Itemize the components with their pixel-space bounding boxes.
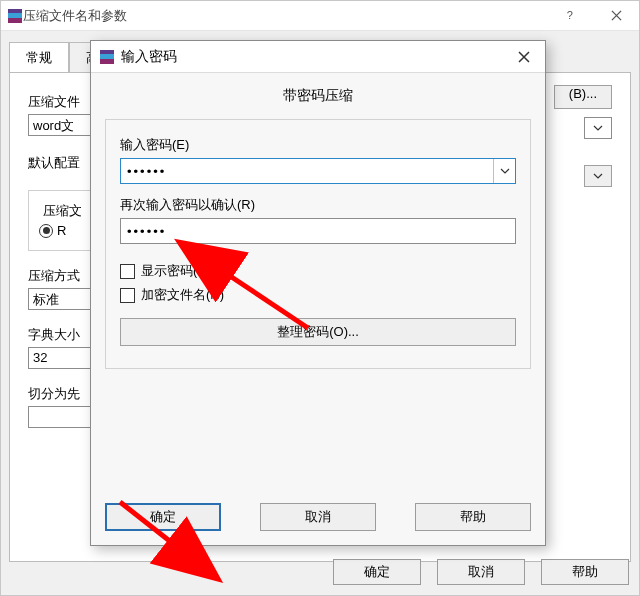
- modal-title: 输入密码: [121, 48, 503, 66]
- confirm-password-input[interactable]: [120, 218, 516, 244]
- modal-body: 带密码压缩 输入密码(E) 再次输入密码以确认(R) 显示密码(S) 加密文件名…: [91, 73, 545, 435]
- modal-help-button[interactable]: 帮助: [415, 503, 531, 531]
- modal-ok-button[interactable]: 确定: [105, 503, 221, 531]
- chevron-down-icon: [593, 173, 603, 179]
- encrypt-filenames-checkbox-row[interactable]: 加密文件名(N): [120, 286, 516, 304]
- show-password-label: 显示密码(S): [141, 262, 210, 280]
- parent-window-title: 压缩文件名和参数: [23, 7, 547, 25]
- browse-button[interactable]: (B)...: [554, 85, 612, 109]
- chevron-down-icon: [593, 125, 603, 131]
- svg-text:?: ?: [566, 10, 572, 21]
- help-icon-button[interactable]: ?: [547, 1, 593, 31]
- manage-passwords-button[interactable]: 整理密码(O)...: [120, 318, 516, 346]
- modal-close-button[interactable]: [503, 41, 545, 73]
- modal-titlebar: 输入密码: [91, 41, 545, 73]
- svg-rect-1: [8, 13, 22, 18]
- svg-rect-2: [8, 18, 22, 23]
- password-dialog: 输入密码 带密码压缩 输入密码(E) 再次输入密码以确认(R) 显示密码(S): [90, 40, 546, 546]
- svg-rect-5: [100, 54, 114, 59]
- password-label: 输入密码(E): [120, 136, 516, 154]
- checkbox-icon: [120, 288, 135, 303]
- close-icon: [518, 51, 530, 63]
- modal-heading: 带密码压缩: [105, 81, 531, 119]
- parent-cancel-button[interactable]: 取消: [437, 559, 525, 585]
- parent-button-row: 确定 取消 帮助: [333, 559, 629, 585]
- svg-rect-4: [100, 50, 114, 54]
- checkbox-icon: [120, 264, 135, 279]
- format-group-label: 压缩文: [39, 202, 86, 220]
- confirm-password-label: 再次输入密码以确认(R): [120, 196, 516, 214]
- update-mode-dropdown-button[interactable]: [584, 117, 612, 139]
- parent-ok-button[interactable]: 确定: [333, 559, 421, 585]
- svg-rect-0: [8, 9, 22, 13]
- chevron-down-icon: [500, 168, 510, 174]
- close-icon-button[interactable]: [593, 1, 639, 31]
- winrar-app-icon: [7, 8, 23, 24]
- modal-button-row: 确定 取消 帮助: [105, 503, 531, 531]
- password-combo: [120, 158, 516, 184]
- svg-rect-6: [100, 59, 114, 64]
- profile-button[interactable]: [584, 165, 612, 187]
- password-input[interactable]: [121, 159, 493, 183]
- tab-general[interactable]: 常规: [9, 42, 69, 73]
- winrar-app-icon: [99, 49, 115, 65]
- modal-cancel-button[interactable]: 取消: [260, 503, 376, 531]
- encrypt-filenames-label: 加密文件名(N): [141, 286, 224, 304]
- radio-icon: [39, 224, 53, 238]
- radio-label-partial: R: [57, 223, 66, 238]
- password-field-group: 输入密码(E) 再次输入密码以确认(R) 显示密码(S) 加密文件名(N) 整理…: [105, 119, 531, 369]
- show-password-checkbox-row[interactable]: 显示密码(S): [120, 262, 516, 280]
- parent-titlebar: 压缩文件名和参数 ?: [1, 1, 639, 31]
- parent-help-button[interactable]: 帮助: [541, 559, 629, 585]
- password-dropdown-button[interactable]: [493, 159, 515, 183]
